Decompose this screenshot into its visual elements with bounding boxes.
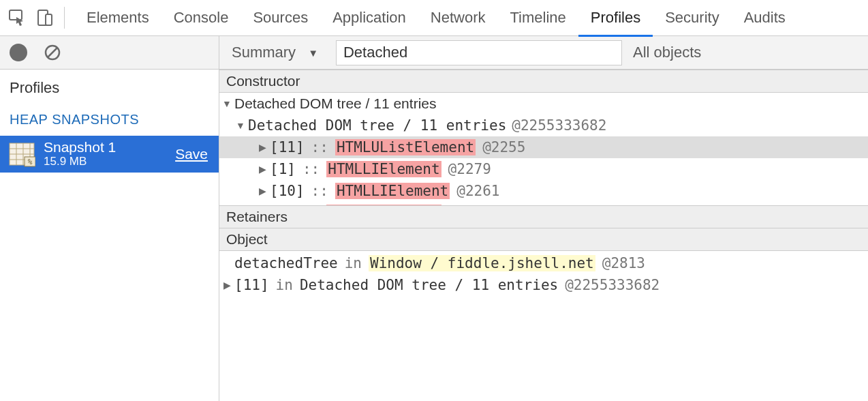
class-name: HTMLUListElement (335, 139, 476, 155)
variable-name: detachedTree (234, 255, 338, 271)
caret-right-icon: ▶ (258, 142, 267, 153)
object-id: @2255333682 (512, 117, 606, 134)
object-scope-select[interactable]: All objects (633, 44, 701, 61)
caret-right-icon: ▶ (258, 164, 267, 175)
tree-row-object[interactable]: ▶[1]::HTMLLIElement@2279 (219, 158, 868, 180)
object-id: @2261 (456, 183, 499, 199)
devtools-tabbar: ElementsConsoleSourcesApplicationNetwork… (0, 0, 868, 36)
tree-row-object[interactable]: ▶[10]::HTMLLIElement@2261 (219, 180, 868, 202)
object-scope-label: All objects (633, 44, 701, 61)
view-mode-select[interactable]: Summary ▼ (229, 44, 325, 61)
object-count: [10] (270, 183, 305, 199)
tab-sources[interactable]: Sources (241, 0, 320, 36)
snapshot-name: Snapshot 1 (44, 140, 175, 155)
object-id: @2255333682 (565, 277, 660, 293)
object-count: [11] (234, 277, 269, 293)
retainer-row[interactable]: ▶[11]inDetached DOM tree / 11 entries@22… (219, 274, 868, 296)
tree-row-label: Detached DOM tree / 11 entries (248, 117, 506, 134)
object-count: [11] (270, 139, 305, 155)
class-name: HTMLLIElement (326, 161, 441, 177)
tab-security[interactable]: Security (653, 0, 731, 36)
device-toggle-icon[interactable] (33, 6, 56, 29)
tab-application[interactable]: Application (320, 0, 418, 36)
sep: :: (311, 183, 328, 199)
class-filter-input[interactable] (336, 40, 622, 65)
snapshot-size: 15.9 MB (44, 155, 175, 168)
svg-rect-0 (10, 10, 22, 20)
inspect-element-icon[interactable] (5, 6, 29, 29)
tabbar-divider (64, 7, 65, 29)
constructor-column-header[interactable]: Constructor (219, 70, 868, 93)
sidebar-title: Profiles (0, 70, 219, 112)
caret-down-icon: ▼ (236, 120, 245, 131)
view-mode-label: Summary (232, 44, 296, 61)
object-count: [1] (270, 161, 296, 177)
tab-profiles[interactable]: Profiles (578, 0, 653, 36)
retainer-row[interactable]: ▶detachedTreeinWindow / fiddle.jshell.ne… (219, 252, 868, 274)
context-name: Detached DOM tree / 11 entries (300, 277, 558, 293)
object-id: @2279 (448, 161, 491, 177)
snapshot-icon: % (8, 140, 35, 168)
caret-right-icon: ▶ (222, 280, 232, 291)
retainers-tree[interactable]: ▶detachedTreeinWindow / fiddle.jshell.ne… (219, 251, 868, 401)
tab-timeline[interactable]: Timeline (497, 0, 578, 36)
in-word: in (276, 277, 293, 293)
tree-row-group[interactable]: ▼ Detached DOM tree / 11 entries @225533… (219, 115, 868, 136)
constructor-tree[interactable]: ▼ Detached DOM tree / 11 entries ▼ Detac… (219, 93, 868, 205)
in-word: in (345, 255, 362, 271)
chevron-down-icon: ▼ (308, 47, 318, 59)
sep: :: (303, 161, 320, 177)
tab-console[interactable]: Console (161, 0, 241, 36)
class-name: HTMLLIElement (335, 183, 450, 199)
snapshot-item[interactable]: % Snapshot 1 15.9 MB Save (0, 136, 219, 173)
context-name: Window / fiddle.jshell.net (369, 255, 595, 271)
snapshot-save-link[interactable]: Save (175, 146, 211, 162)
tab-audits[interactable]: Audits (732, 0, 798, 36)
tree-row-object[interactable]: ▶[11]::HTMLUListElement@2255 (219, 136, 868, 158)
sep: :: (311, 139, 328, 155)
caret-right-icon: ▶ (258, 185, 267, 196)
object-id: @2813 (602, 255, 645, 271)
svg-rect-2 (46, 14, 52, 25)
tab-elements[interactable]: Elements (74, 0, 161, 36)
caret-down-icon: ▼ (222, 98, 232, 109)
clear-button[interactable] (42, 42, 63, 63)
profiles-main-toolbar: Summary ▼ All objects (219, 36, 868, 70)
tree-row-root[interactable]: ▼ Detached DOM tree / 11 entries (219, 93, 868, 115)
profiles-sidebar: Profiles HEAP SNAPSHOTS % Snapshot 1 (0, 36, 219, 401)
svg-text:%: % (28, 158, 33, 166)
record-button[interactable] (10, 44, 27, 61)
tab-network[interactable]: Network (418, 0, 498, 36)
object-column-header[interactable]: Object (219, 228, 868, 251)
sidebar-section-heap: HEAP SNAPSHOTS (0, 112, 219, 136)
profiles-main: Summary ▼ All objects Constructor ▼ Deta… (219, 36, 868, 401)
tree-row-label: Detached DOM tree / 11 entries (234, 95, 436, 112)
retainers-header: Retainers (219, 205, 868, 228)
object-id: @2255 (482, 139, 525, 155)
profiles-toolbar (0, 36, 219, 70)
svg-line-4 (48, 48, 57, 57)
